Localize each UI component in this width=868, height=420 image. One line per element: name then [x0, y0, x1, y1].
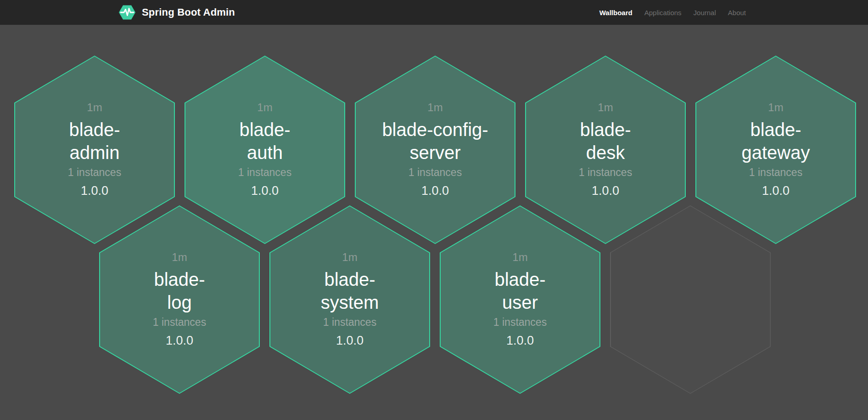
- app-uptime: 1m: [257, 101, 272, 114]
- app-instances: 1 instances: [68, 165, 121, 179]
- app-uptime: 1m: [598, 101, 613, 114]
- app-hexagon-blade-user[interactable]: 1m blade-user 1 instances 1.0.0: [440, 205, 600, 394]
- nav-link-journal[interactable]: Journal: [694, 9, 716, 17]
- app-version: 1.0.0: [81, 182, 108, 199]
- app-instances: 1 instances: [409, 165, 462, 179]
- navbar: Spring Boot Admin Wallboard Applications…: [0, 0, 868, 25]
- app-uptime: 1m: [427, 101, 442, 114]
- app-instances: 1 instances: [493, 315, 547, 329]
- nav-link-about[interactable]: About: [728, 9, 746, 17]
- app-name: blade-log: [154, 268, 205, 314]
- app-version: 1.0.0: [166, 332, 193, 349]
- app-hexagon-blade-desk[interactable]: 1m blade-desk 1 instances 1.0.0: [525, 56, 686, 244]
- app-name: blade-gateway: [742, 118, 810, 164]
- nav-link-applications[interactable]: Applications: [644, 9, 682, 17]
- app-hexagon-blade-log[interactable]: 1m blade-log 1 instances 1.0.0: [99, 205, 260, 394]
- app-hexagon-blade-config-server[interactable]: 1m blade-config-server 1 instances 1.0.0: [355, 56, 515, 244]
- app-name: blade-system: [321, 268, 379, 314]
- app-name: blade-admin: [69, 118, 120, 164]
- app-version: 1.0.0: [251, 182, 279, 199]
- app-hexagon-blade-system[interactable]: 1m blade-system 1 instances 1.0.0: [269, 205, 430, 394]
- empty-hexagon-placeholder: [610, 205, 771, 394]
- app-version: 1.0.0: [421, 182, 449, 199]
- app-hexagon-blade-gateway[interactable]: 1m blade-gateway 1 instances 1.0.0: [695, 56, 856, 244]
- app-name: blade-desk: [580, 118, 631, 164]
- app-instances: 1 instances: [579, 165, 632, 179]
- nav-link-wallboard[interactable]: Wallboard: [599, 9, 633, 17]
- app-hexagon-blade-auth[interactable]: 1m blade-auth 1 instances 1.0.0: [185, 56, 345, 244]
- nav-links: Wallboard Applications Journal About: [599, 0, 746, 25]
- app-uptime: 1m: [768, 101, 783, 114]
- app-hexagon-blade-admin[interactable]: 1m blade-admin 1 instances 1.0.0: [14, 56, 175, 244]
- app-version: 1.0.0: [506, 332, 534, 349]
- spring-boot-admin-logo-icon: [118, 4, 136, 21]
- app-uptime: 1m: [342, 250, 357, 264]
- app-version: 1.0.0: [592, 182, 619, 199]
- brand-title: Spring Boot Admin: [142, 6, 235, 18]
- app-name: blade-user: [494, 268, 545, 314]
- app-name: blade-auth: [239, 118, 290, 164]
- app-uptime: 1m: [87, 101, 102, 114]
- app-instances: 1 instances: [323, 315, 376, 329]
- app-name: blade-config-server: [382, 118, 488, 164]
- app-instances: 1 instances: [238, 165, 291, 179]
- app-version: 1.0.0: [336, 332, 364, 349]
- app-uptime: 1m: [512, 250, 527, 264]
- app-version: 1.0.0: [762, 182, 790, 199]
- app-instances: 1 instances: [749, 165, 802, 179]
- app-instances: 1 instances: [153, 315, 206, 329]
- brand[interactable]: Spring Boot Admin: [118, 0, 235, 25]
- app-uptime: 1m: [172, 250, 187, 264]
